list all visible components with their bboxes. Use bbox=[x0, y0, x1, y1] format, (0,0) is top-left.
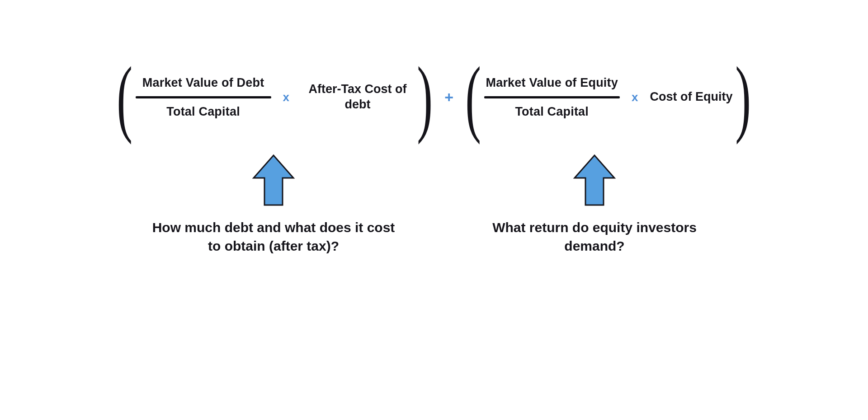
equity-fraction: Market Value of Equity Total Capital bbox=[484, 72, 619, 122]
up-arrow-icon bbox=[251, 154, 296, 208]
debt-term: ( Market Value of Debt Total Capital x A… bbox=[117, 54, 433, 140]
wacc-formula-diagram: ( Market Value of Debt Total Capital x A… bbox=[0, 0, 868, 420]
cost-of-equity-label: Cost of Equity bbox=[650, 89, 732, 105]
annotation-gap bbox=[414, 154, 454, 255]
open-paren-right: ( bbox=[465, 54, 481, 140]
close-paren-right: ) bbox=[736, 54, 751, 140]
after-tax-cost-of-debt-label: After-Tax Cost of debt bbox=[301, 82, 414, 112]
equity-fraction-bar bbox=[484, 96, 620, 98]
debt-term-inner: Market Value of Debt Total Capital x Aft… bbox=[133, 72, 417, 122]
debt-fraction: Market Value of Debt Total Capital bbox=[136, 72, 271, 122]
up-arrow-icon bbox=[572, 154, 617, 208]
equity-fraction-numerator: Market Value of Equity bbox=[484, 72, 619, 93]
svg-marker-0 bbox=[254, 155, 293, 205]
equity-term: ( Market Value of Equity Total Capital x… bbox=[465, 54, 751, 140]
debt-annotation: How much debt and what does it cost to o… bbox=[133, 154, 414, 255]
equity-term-inner: Market Value of Equity Total Capital x C… bbox=[481, 72, 735, 122]
equity-annotation: What return do equity investors demand? bbox=[454, 154, 735, 255]
multiply-operator-debt: x bbox=[283, 90, 289, 104]
formula-row: ( Market Value of Debt Total Capital x A… bbox=[0, 54, 868, 140]
debt-fraction-bar bbox=[136, 96, 271, 98]
debt-fraction-denominator: Total Capital bbox=[165, 101, 242, 122]
annotations-row: How much debt and what does it cost to o… bbox=[0, 154, 868, 255]
debt-fraction-numerator: Market Value of Debt bbox=[141, 72, 266, 93]
plus-operator: + bbox=[444, 89, 453, 106]
multiply-operator-equity: x bbox=[632, 90, 638, 104]
debt-caption: How much debt and what does it cost to o… bbox=[147, 219, 400, 255]
equity-caption: What return do equity investors demand? bbox=[468, 219, 721, 255]
equity-fraction-denominator: Total Capital bbox=[513, 101, 590, 122]
open-paren-left: ( bbox=[117, 54, 133, 140]
svg-marker-1 bbox=[575, 155, 614, 205]
close-paren-left: ) bbox=[417, 54, 433, 140]
